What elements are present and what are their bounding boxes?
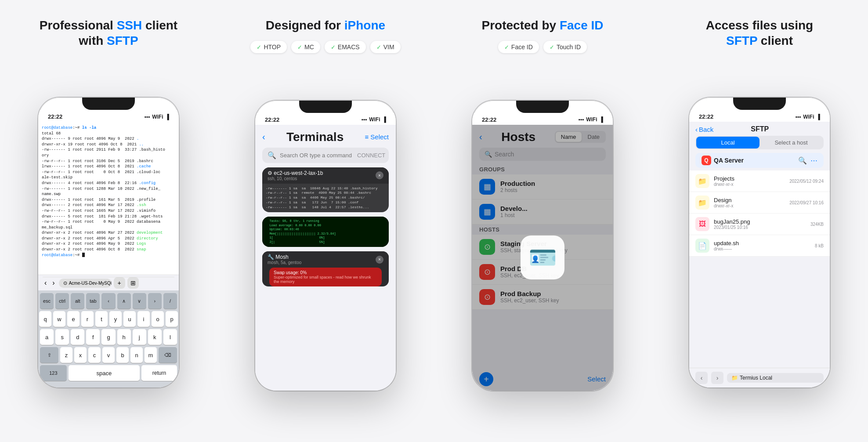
sftp-file-design[interactable]: 📁 Design drwxr-xr-x 2022/09/27 10:16 xyxy=(689,192,830,214)
kb-s[interactable]: s xyxy=(55,329,69,345)
phone3-notch xyxy=(516,101,569,113)
phone3-time: 22:22 xyxy=(482,116,496,123)
terminal-card-3-close[interactable]: × xyxy=(376,256,383,264)
connect-button[interactable]: CONNECT xyxy=(357,152,385,159)
kb-row-bottom: 123 space return xyxy=(40,365,177,381)
kb-right[interactable]: › xyxy=(148,293,162,309)
battery-icon: ▐ xyxy=(165,114,169,120)
kb-down[interactable]: ∨ xyxy=(133,293,146,309)
sftp-search-icon[interactable]: 🔍 xyxy=(798,156,807,165)
faceid-box: 🪪 xyxy=(521,235,564,279)
kb-e[interactable]: e xyxy=(67,311,80,327)
panel3-badges: ✓Face ID ✓Touch ID xyxy=(498,41,587,53)
terminal-card-3-wrap: 🔧 Mosh mosh, 5a, gentoo × Swap usage: 0%… xyxy=(262,251,389,286)
battery-icon4: ▐ xyxy=(816,114,820,120)
terminals-title: Terminals xyxy=(286,130,344,144)
kb-123[interactable]: 123 xyxy=(40,365,67,381)
tab-back-arrow[interactable]: ‹ xyxy=(43,277,48,289)
kb-f[interactable]: f xyxy=(86,329,100,345)
kb-k[interactable]: k xyxy=(148,329,162,345)
kb-m[interactable]: m xyxy=(145,347,157,363)
kb-esc[interactable]: esc xyxy=(40,293,54,309)
kb-d[interactable]: d xyxy=(71,329,84,345)
bugpng-size: 324KB xyxy=(810,222,824,227)
terminal-line-7: -rw-r--r-- 1 root root 3106 Dec 5 2019 .… xyxy=(42,159,175,164)
terminal-line-23: drwxr-xr-x 2 root root 4096 Oct 8 2022 s… xyxy=(42,247,175,253)
panel1-phone-wrap: 22:22 ▪▪▪ WiFi ▐ root@database:~# ls -la… xyxy=(13,56,204,429)
kb-c[interactable]: c xyxy=(88,347,101,363)
sftp-file-projects[interactable]: 📁 Projects drwxr-xr-x 2022/05/12 09:24 xyxy=(689,170,830,192)
kb-ctrl[interactable]: ctrl xyxy=(55,293,69,309)
terminals-select-btn[interactable]: ≡ Select xyxy=(365,133,389,141)
sftp-file-bugpng[interactable]: 🖼 bugJan25.png 2023/01/25 10:16 324KB xyxy=(689,214,830,235)
kb-up[interactable]: ∧ xyxy=(117,293,131,309)
check-icon-touchid: ✓ xyxy=(550,44,554,51)
check-icon-vim: ✓ xyxy=(376,44,381,51)
kb-g[interactable]: g xyxy=(101,329,115,345)
kb-h[interactable]: h xyxy=(117,329,131,345)
kb-return[interactable]: return xyxy=(141,365,177,381)
kb-z[interactable]: z xyxy=(60,347,72,363)
panel4-phone-wrap: 22:22 ▪▪▪ WiFi ▐ ‹ Back SFTP Local xyxy=(664,56,855,429)
kb-l[interactable]: l xyxy=(163,329,177,345)
kb-alt[interactable]: alt xyxy=(71,293,84,309)
sftp-select-host-btn[interactable]: Select a host xyxy=(760,137,823,149)
check-icon-faceid: ✓ xyxy=(504,44,509,51)
terminals-search-bar[interactable]: 🔍 CONNECT xyxy=(262,148,389,163)
kb-b[interactable]: b xyxy=(116,347,129,363)
faceid-icon: 🪪 xyxy=(528,244,557,271)
terminal-line-6: ory xyxy=(42,153,175,159)
terminal-card-2-content: Tasks: 98, 0 thr, 1 running Load average… xyxy=(262,217,389,247)
sftp-title: SFTP xyxy=(751,125,769,133)
kb-i[interactable]: i xyxy=(137,311,150,327)
kb-q[interactable]: q xyxy=(39,311,51,327)
sftp-local-btn[interactable]: Local xyxy=(696,137,760,149)
kb-a[interactable]: a xyxy=(40,329,54,345)
add-tab-button[interactable]: + xyxy=(114,277,125,289)
kb-y[interactable]: y xyxy=(109,311,122,327)
terminals-back-arrow[interactable]: ‹ xyxy=(262,132,265,142)
terminal-line-15: drwx------ 2 root root 4096 Mar 17 2022 … xyxy=(42,203,175,208)
kb-pipe[interactable]: / xyxy=(163,293,177,309)
kb-row-qwerty: q w e r t y u i o p xyxy=(40,311,177,327)
tab-forward-arrow[interactable]: › xyxy=(51,277,56,289)
sftp-file-updatesh[interactable]: 📄 update.sh drwx------ 8 kB xyxy=(689,235,830,257)
phone4-notch xyxy=(733,98,786,110)
badge-faceid: ✓Face ID xyxy=(498,41,539,53)
kb-t[interactable]: t xyxy=(95,311,108,327)
kb-j[interactable]: j xyxy=(133,329,146,345)
check-icon: ✓ xyxy=(257,44,261,51)
kb-x[interactable]: x xyxy=(74,347,87,363)
badge-emacs-label: EMACS xyxy=(338,43,360,51)
sftp-back-arrow-btn[interactable]: ‹ xyxy=(695,372,708,384)
phone2-screen: ‹ Terminals ≡ Select 🔍 CONNECT xyxy=(255,125,396,391)
select-label[interactable]: Select xyxy=(370,133,389,141)
terminal-output: root@database:~# ls -la total 68 drwx---… xyxy=(38,122,179,275)
terminals-search-input[interactable] xyxy=(280,152,354,159)
sftp-back-btn[interactable]: ‹ Back xyxy=(695,126,713,133)
phone4-status-icons: ▪▪▪ WiFi ▐ xyxy=(796,114,821,120)
kb-space[interactable]: space xyxy=(69,365,140,381)
kb-n[interactable]: n xyxy=(130,347,143,363)
kb-v[interactable]: v xyxy=(102,347,115,363)
sftp-more-icon[interactable]: ⋯ xyxy=(810,156,817,165)
tab-grid-button[interactable]: ⊞ xyxy=(127,277,139,289)
terminal-card-1-close[interactable]: × xyxy=(376,171,383,179)
kb-row-zxcv: ⇧ z x c v b n m ⌫ xyxy=(40,347,177,363)
terminal-card-1-content: -rw------- 1 sa sa 10846 Aug 22 15:40 .b… xyxy=(262,184,389,213)
kb-w[interactable]: w xyxy=(53,311,65,327)
kb-p[interactable]: p xyxy=(166,311,178,327)
kb-u[interactable]: u xyxy=(123,311,136,327)
kb-backspace[interactable]: ⌫ xyxy=(159,347,177,363)
sftp-path-label: Termius Local xyxy=(740,375,772,381)
terminal-card-3-name: Mosh xyxy=(275,254,288,260)
kb-r[interactable]: r xyxy=(81,311,94,327)
terminal-card-3-sub: mosh, 5a, gentoo xyxy=(268,260,301,265)
terminal-card-1-header: ⚙ ec2-us-west-2-lax-1b ssh, 10, centos × xyxy=(262,167,389,184)
tab-active-session[interactable]: ⊙ Acme-US-Dev-MySQL × xyxy=(59,279,112,288)
kb-tab[interactable]: tab xyxy=(86,293,100,309)
kb-o[interactable]: o xyxy=(152,311,164,327)
sftp-forward-arrow-btn[interactable]: › xyxy=(711,372,723,384)
kb-left[interactable]: ‹ xyxy=(101,293,115,309)
kb-shift[interactable]: ⇧ xyxy=(40,347,58,363)
